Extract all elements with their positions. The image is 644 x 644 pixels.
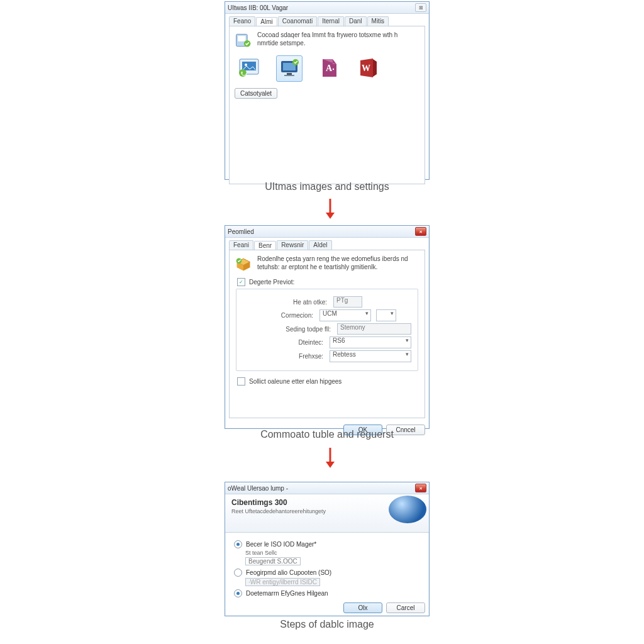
label-prefix: Frehxse: bbox=[243, 353, 325, 360]
window-title: oWeal Ulersao lump - bbox=[228, 485, 288, 492]
svg-text:W: W bbox=[362, 64, 370, 73]
select-connection-extra[interactable] bbox=[376, 309, 396, 321]
app-icon-row: A W bbox=[237, 55, 419, 82]
svg-marker-19 bbox=[326, 462, 335, 468]
dialog-settings: UItwas IIB: 00L Vagar ⊠ Feano Almi Coano… bbox=[225, 1, 430, 180]
checkbox-sollict-label: Sollict oaleune etter elan hipgees bbox=[249, 378, 341, 385]
tab-bar: Feani Benr Rewsnir Aldel bbox=[225, 238, 429, 250]
button-bar: Olx Carcel bbox=[225, 600, 429, 617]
titlebar[interactable]: UItwas IIB: 00L Vagar ⊠ bbox=[225, 2, 429, 14]
caption-step3: Steps of dablc image bbox=[226, 619, 428, 630]
label-delete: Dteintec: bbox=[243, 339, 325, 346]
svg-rect-10 bbox=[284, 75, 294, 76]
tab-iternal[interactable]: Iternal bbox=[318, 16, 344, 26]
label-healn: He atn otke: bbox=[243, 299, 328, 306]
app-access-icon[interactable]: A bbox=[316, 55, 341, 80]
titlebar[interactable]: Peomlied × bbox=[225, 226, 429, 238]
arrow-down-icon bbox=[325, 447, 336, 469]
panel-description: Cocoad sdaqer fea lmmt fra frywero totsx… bbox=[257, 31, 419, 47]
app-photo-icon[interactable] bbox=[237, 55, 262, 80]
svg-point-6 bbox=[239, 69, 247, 77]
fieldset-legend: Degerte Previot: bbox=[249, 279, 294, 286]
close-icon[interactable]: ⊠ bbox=[415, 3, 426, 12]
field-saving[interactable]: Stemony bbox=[337, 323, 411, 335]
tab-aldel[interactable]: Aldel bbox=[309, 240, 331, 250]
label-saving: Seding todpe fll: bbox=[243, 326, 332, 333]
svg-rect-4 bbox=[242, 62, 256, 70]
box-icon bbox=[235, 255, 252, 273]
ok-button[interactable]: Olx bbox=[343, 602, 382, 613]
tab-mitis[interactable]: Mitis bbox=[367, 16, 389, 26]
tab-feano[interactable]: Feano bbox=[229, 16, 255, 26]
tab-danl[interactable]: Danl bbox=[345, 16, 367, 26]
titlebar[interactable]: oWeal Ulersao lump - × bbox=[225, 482, 429, 494]
catalog-button[interactable]: Catsotyalet bbox=[235, 88, 277, 99]
select-delete[interactable]: RS6 bbox=[330, 336, 411, 348]
radio-option2-label: Feogirpmd alio Cupooten (SO) bbox=[246, 569, 331, 576]
svg-rect-1 bbox=[238, 36, 245, 42]
svg-point-13 bbox=[333, 69, 334, 70]
close-icon[interactable]: × bbox=[415, 227, 426, 236]
window-title: UItwas IIB: 00L Vagar bbox=[228, 4, 288, 11]
checkbox-sollict[interactable] bbox=[237, 377, 245, 386]
app-monitor-icon[interactable] bbox=[276, 55, 303, 82]
radio-option2[interactable] bbox=[234, 569, 242, 577]
tab-coanomati[interactable]: Coanomati bbox=[278, 16, 317, 26]
tab-bar: Feano Almi Coanomati Iternal Danl Mitis bbox=[225, 14, 429, 26]
wizard-header: Cibentimgs 300 Reet Uftetacdedehantoreer… bbox=[225, 494, 429, 533]
installer-icon bbox=[235, 31, 252, 49]
field-healn[interactable]: PTg bbox=[333, 296, 362, 308]
window-title: Peomlied bbox=[228, 228, 254, 235]
globe-icon bbox=[389, 496, 426, 523]
caption-step2: Commoato tuble and reguerst bbox=[226, 429, 428, 440]
label-connection: Cormecion: bbox=[243, 312, 314, 319]
svg-rect-9 bbox=[287, 73, 292, 75]
option1-input[interactable]: Beugendt S.OOC bbox=[245, 557, 301, 565]
svg-point-5 bbox=[245, 64, 247, 66]
option2-input: ·WR entigy/ilberrd ISIDC bbox=[245, 578, 320, 586]
radio-option1-label: Becer le ISO IOD Mager* bbox=[246, 541, 316, 548]
tab-panel: Cocoad sdaqer fea lmmt fra frywero totsx… bbox=[229, 26, 425, 184]
svg-marker-16 bbox=[326, 213, 335, 219]
radio-option3-label: Doetemarrn EfyGnes Hilgean bbox=[246, 590, 328, 597]
checkbox-degerte[interactable]: ✓ bbox=[237, 278, 245, 286]
arrow-down-icon bbox=[325, 197, 336, 220]
tab-benr[interactable]: Benr bbox=[254, 241, 276, 250]
wizard-body: Becer le ISO IOD Mager* St tean Sellc Be… bbox=[225, 533, 429, 600]
cancel-button[interactable]: Carcel bbox=[386, 602, 425, 613]
caption-step1: UItmas images and settings bbox=[226, 181, 428, 192]
dialog-connection: Peomlied × Feani Benr Rewsnir Aldel Rode… bbox=[225, 225, 430, 429]
dialog-wizard: oWeal Ulersao lump - × Cibentimgs 300 Re… bbox=[225, 482, 430, 616]
radio-option3[interactable] bbox=[234, 589, 242, 597]
select-prefix[interactable]: Rebtess bbox=[330, 350, 411, 362]
select-connection[interactable]: UCM bbox=[319, 309, 371, 321]
tab-almi[interactable]: Almi bbox=[256, 17, 277, 26]
app-word-icon[interactable]: W bbox=[355, 55, 380, 80]
radio-option1[interactable] bbox=[234, 540, 242, 548]
project-fieldset: He atn otke: PTg Cormecion: UCM Seding t… bbox=[236, 289, 418, 371]
tab-feani[interactable]: Feani bbox=[229, 240, 253, 250]
close-icon[interactable]: × bbox=[415, 484, 426, 492]
tab-rewsnir[interactable]: Rewsnir bbox=[277, 240, 308, 250]
tab-panel: Rodenlhe çesta yarn reng the we edomefiu… bbox=[229, 250, 425, 418]
option1-subtext: St tean Sellc bbox=[245, 550, 420, 556]
svg-text:A: A bbox=[326, 64, 333, 73]
panel-description: Rodenlhe çesta yarn reng the we edomefiu… bbox=[257, 255, 419, 271]
